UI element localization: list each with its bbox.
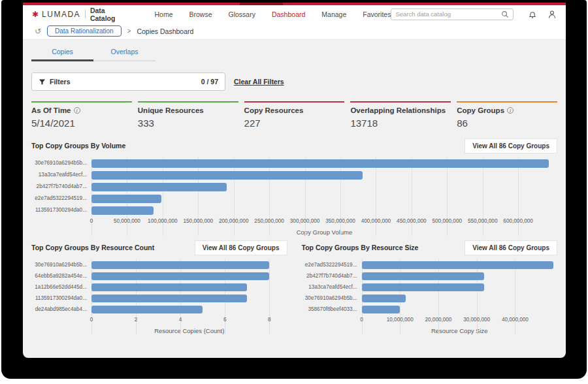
tab-overlaps[interactable]: Overlaps [93,48,155,61]
chart-top-copy-groups-by-resource-size: Top Copy Groups By Resource Size View Al… [302,240,558,334]
search-box[interactable] [391,8,514,20]
bar-1a12b66e52dd445d[interactable] [91,283,247,291]
x-tick: 6 [223,317,227,323]
nav-manage[interactable]: Manage [321,10,346,18]
view-all-copy-groups-button[interactable]: View All 86 Copy Groups [195,240,287,255]
x-tick: 300,000,000 [290,218,320,224]
chart-title: Top Copy Groups By Resource Size [302,244,419,251]
bar-13a3ca7eafd54ecf[interactable] [91,171,363,180]
app-header: ✱ LUMADA Data Catalog Home Browse Glossa… [23,5,566,23]
filters-count: 0 / 97 [201,78,218,86]
bar-e2e7ad5322294519[interactable] [91,195,161,203]
category-label: 30e76910a6294b5b... [31,157,91,169]
bar-30e76910a6294b5b[interactable] [91,261,269,269]
category-label: e2e7ad5322294519... [31,193,91,204]
stat-value: 333 [138,118,238,129]
filters-label: Filters [50,78,71,86]
nav-dashboard[interactable]: Dashboard [272,10,305,18]
x-tick: 250,000,000 [254,218,284,224]
x-tick: 40,000,000 [502,317,529,323]
category-label: 2b427f7b740d4ab7... [31,181,91,193]
search-input[interactable] [395,10,501,18]
bar-e2e7ad5322294519[interactable] [362,261,554,269]
nav-glossary[interactable]: Glossary [229,10,255,18]
stat-as-of-time: As Of Timei 5/14/2021 [31,101,132,129]
category-label: de24abd985ec4ab4... [31,304,91,315]
bar-2b427f7b740d4ab7[interactable] [362,272,485,280]
x-tick: 0 [90,218,93,224]
stat-label: Copy Groups [457,106,504,114]
tab-bar: Copies Overlaps [31,48,557,61]
nav-favorites[interactable]: Favorites [363,10,391,18]
chart-top-copy-groups-by-volume: Top Copy Groups By Volume View All 86 Co… [31,138,557,236]
info-icon[interactable]: i [507,107,514,114]
category-label: 13a3ca7eafd54ecf... [302,281,362,293]
chart-title: Top Copy Groups By Volume [31,142,125,150]
category-label: 1a12b66e52dd445d... [31,281,91,293]
user-profile-icon[interactable] [547,10,557,19]
filters-row: Filters 0 / 97 Clear All Filters [31,72,557,91]
stat-label: Overlapping Relationships [350,106,446,114]
stat-value: 227 [244,118,345,129]
x-tick: 200,000,000 [219,218,249,224]
x-tick: 20,000,000 [425,317,451,323]
stat-value: 86 [457,118,557,129]
bar-1135917300294da0[interactable] [91,206,154,215]
bar-30e76910a6294b5b[interactable] [362,295,406,302]
breadcrumb: ↺ Data Rationalization > Copies Dashboar… [23,23,566,40]
chart-top-copy-groups-by-resource-count: Top Copy Groups By Resource Count View A… [31,240,287,334]
filters-dropdown[interactable]: Filters 0 / 97 [31,72,225,91]
bar-2b427f7b740d4ab7[interactable] [91,183,227,191]
category-label: 30e76910a6294b5b... [31,259,91,270]
x-axis: 050,000,000100,000,000150,000,000200,000… [91,218,557,227]
x-tick: 150,000,000 [184,218,214,224]
category-label: 2b427f7b740d4ab7... [302,270,362,281]
notifications-bell-icon[interactable] [528,10,537,19]
bar-de24abd985ec4ab4[interactable] [91,306,203,313]
main-nav: Home Browse Glossary Dashboard Manage Fa… [154,10,391,18]
clear-all-filters-link[interactable]: Clear All Filters [234,78,284,86]
context-chip-data-rationalization[interactable]: Data Rationalization [47,25,122,37]
page-content: Copies Overlaps Filters 0 / 97 Clear All… [23,48,566,334]
view-all-copy-groups-button[interactable]: View All 86 Copy Groups [465,138,557,153]
nav-browse[interactable]: Browse [189,10,212,18]
category-label: 30e76910a6294b5b... [302,293,362,304]
bar-358670f8beef4033[interactable] [362,306,400,313]
bar-30e76910a6294b5b[interactable] [91,159,549,168]
x-tick: 100,000,000 [148,218,178,224]
top-accent-active-segment [240,3,283,5]
breadcrumb-current: Copies Dashboard [137,27,193,35]
x-tick: 0 [90,317,93,323]
logo-secondary: Data Catalog [90,7,125,22]
stat-label: Copy Resources [244,106,304,114]
logo-primary: LUMADA [42,10,80,19]
category-label: 13a3ca7eafd54ecf... [31,169,91,181]
category-label: 358670f8beef4033... [302,304,362,315]
bar-64ebb5a9282a454e[interactable] [91,272,269,280]
search-icon[interactable] [501,10,509,18]
tab-copies[interactable]: Copies [31,48,93,61]
x-tick: 30,000,000 [463,317,490,323]
top-accent-bar [23,3,566,5]
bar-13a3ca7eafd54ecf[interactable] [362,283,485,291]
x-axis: 02468 [91,317,287,325]
logo-divider [85,10,86,18]
breadcrumb-separator: > [127,27,131,35]
stat-overlapping-relationships: Overlapping Relationships 13718 [350,101,451,129]
stat-unique-resources: Unique Resources 333 [138,101,238,129]
category-label: e2e7ad5322294519... [302,259,362,270]
x-tick: 350,000,000 [325,218,355,224]
view-all-copy-groups-button[interactable]: View All 86 Copy Groups [465,240,557,255]
x-tick: 400,000,000 [361,218,391,224]
header-icons [528,10,557,19]
bar-1135917300294da0[interactable] [91,295,247,302]
app-window: ✱ LUMADA Data Catalog Home Browse Glossa… [23,3,566,358]
x-tick: 4 [179,317,182,323]
nav-home[interactable]: Home [154,10,172,18]
category-axis: 30e76910a6294b5b...13a3ca7eafd54ecf...2b… [31,157,91,236]
info-icon[interactable]: i [74,107,80,114]
stat-copy-groups: Copy Groupsi 86 [457,101,557,129]
history-icon[interactable]: ↺ [35,27,41,35]
stat-label: As Of Time [31,106,71,114]
lumada-logo: ✱ LUMADA Data Catalog [32,7,124,22]
